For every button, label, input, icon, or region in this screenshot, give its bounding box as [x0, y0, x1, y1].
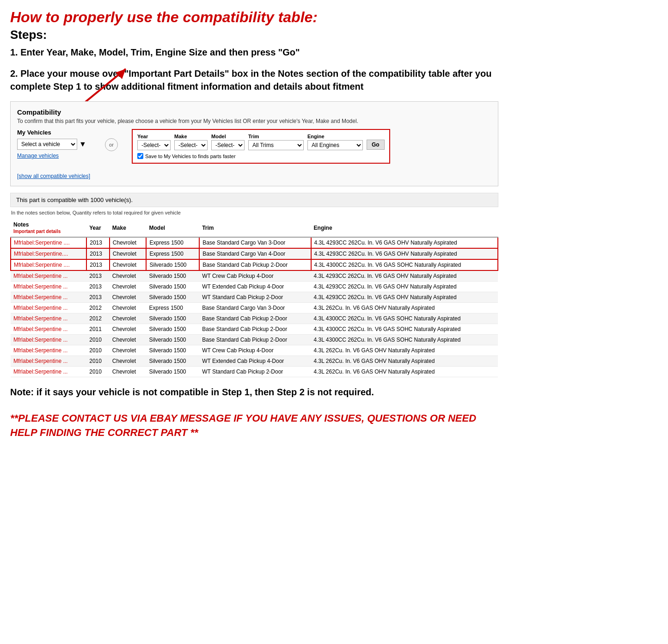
cell-year: 2010 [86, 335, 110, 345]
vehicle-select[interactable]: Select a vehicle [17, 139, 77, 150]
cell-trim: Base Standard Cargo Van 3-Door [199, 237, 311, 248]
table-row: Mfrlabel:Serpentine ... 2010 Chevrolet S… [11, 356, 498, 367]
table-row: Mfrlabel:Serpentine ... 2013 Chevrolet S… [11, 292, 498, 303]
cell-notes: Mfrlabel:Serpentine .... [11, 237, 86, 248]
step2-text: 2. Place your mouse over "Important Part… [10, 67, 498, 93]
cell-notes: Mfrlabel:Serpentine ... [11, 313, 86, 324]
cell-trim: WT Crew Cab Pickup 4-Door [199, 345, 311, 356]
cell-trim: WT Standard Cab Pickup 2-Door [199, 292, 311, 303]
main-title: How to properly use the compatibility ta… [10, 8, 498, 26]
or-circle: or [105, 138, 118, 151]
cell-year: 2013 [86, 259, 110, 270]
manage-vehicles-link[interactable]: Manage vehicles [17, 153, 91, 159]
show-all-link[interactable]: [show all compatible vehicles] [17, 173, 91, 179]
model-label: Model [211, 134, 245, 139]
table-row: Mfrlabel:Serpentine ... 2010 Chevrolet S… [11, 345, 498, 356]
make-select[interactable]: -Select- [174, 140, 208, 150]
year-label: Year [137, 134, 171, 139]
make-field: Make -Select- [174, 134, 208, 150]
cell-engine: 4.3L 262Cu. In. V6 GAS OHV Naturally Asp… [311, 345, 498, 356]
cell-year: 2012 [86, 303, 110, 313]
save-checkbox-label: Save to My Vehicles to finds parts faste… [145, 153, 236, 159]
cell-trim: WT Extended Cab Pickup 4-Door [199, 282, 311, 292]
table-row: Mfrlabel:Serpentine ... 2013 Chevrolet S… [11, 282, 498, 292]
cell-model: Silverado 1500 [146, 367, 199, 377]
cell-make: Chevrolet [110, 356, 147, 367]
cell-trim: Base Standard Cab Pickup 2-Door [199, 335, 311, 345]
cell-year: 2013 [86, 237, 110, 248]
cell-trim: WT Extended Cab Pickup 4-Door [199, 356, 311, 367]
ymm-section: Year -Select- Make -Select- Model [132, 129, 390, 164]
cell-engine: 4.3L 4293CC 262Cu. In. V6 GAS OHV Natura… [311, 270, 498, 282]
cell-engine: 4.3L 4293CC 262Cu. In. V6 GAS OHV Natura… [311, 248, 498, 259]
cell-trim: Base Standard Cargo Van 3-Door [199, 303, 311, 313]
cell-engine: 4.3L 4300CC 262Cu. In. V6 GAS SOHC Natur… [311, 259, 498, 270]
col-header-trim: Trim [199, 219, 311, 237]
save-checkbox-row: Save to My Vehicles to finds parts faste… [137, 153, 385, 159]
cell-engine: 4.3L 4293CC 262Cu. In. V6 GAS OHV Natura… [311, 237, 498, 248]
cell-model: Express 1500 [146, 248, 199, 259]
table-row: Mfrlabel:Serpentine ... 2011 Chevrolet S… [11, 324, 498, 335]
engine-label: Engine [307, 134, 363, 139]
dropdown-arrow-icon: ▼ [79, 140, 86, 148]
steps-title: Steps: [10, 28, 498, 42]
table-row: Mfrlabel:Serpentine .... 2013 Chevrolet … [11, 237, 498, 248]
cell-engine: 4.3L 262Cu. In. V6 GAS OHV Naturally Asp… [311, 303, 498, 313]
table-row: Mfrlabel:Serpentine ... 2013 Chevrolet S… [11, 270, 498, 282]
cell-trim: Base Standard Cab Pickup 2-Door [199, 324, 311, 335]
cell-engine: 4.3L 4300CC 262Cu. In. V6 GAS SOHC Natur… [311, 335, 498, 345]
cell-notes: Mfrlabel:Serpentine ... [11, 367, 86, 377]
cell-engine: 4.3L 4300CC 262Cu. In. V6 GAS SOHC Natur… [311, 324, 498, 335]
cell-notes: Mfrlabel:Serpentine ... [11, 345, 86, 356]
cell-make: Chevrolet [110, 237, 147, 248]
cell-model: Silverado 1500 [146, 313, 199, 324]
my-vehicles-section: My Vehicles Select a vehicle ▼ Manage ve… [17, 129, 91, 179]
cell-notes: Mfrlabel:Serpentine ... [11, 303, 86, 313]
cell-year: 2010 [86, 367, 110, 377]
cell-notes: Mfrlabel:Serpentine .... [11, 259, 86, 270]
cell-engine: 4.3L 262Cu. In. V6 GAS OHV Naturally Asp… [311, 367, 498, 377]
cell-notes: Mfrlabel:Serpentine ... [11, 282, 86, 292]
cell-make: Chevrolet [110, 248, 147, 259]
cell-model: Silverado 1500 [146, 259, 199, 270]
cell-trim: WT Crew Cab Pickup 4-Door [199, 270, 311, 282]
cell-make: Chevrolet [110, 270, 147, 282]
table-row: Mfrlabel:Serpentine ... 2012 Chevrolet S… [11, 313, 498, 324]
cell-make: Chevrolet [110, 259, 147, 270]
go-button[interactable]: Go [367, 140, 385, 150]
compatibility-widget: Compatibility To confirm that this part … [10, 101, 498, 186]
model-field: Model -Select- [211, 134, 245, 150]
cell-notes: Mfrlabel:Serpentine ... [11, 335, 86, 345]
trim-select[interactable]: All Trims [248, 140, 304, 150]
cell-make: Chevrolet [110, 292, 147, 303]
cell-model: Silverado 1500 [146, 292, 199, 303]
bottom-note: Note: if it says your vehicle is not com… [10, 386, 498, 399]
cell-year: 2013 [86, 270, 110, 282]
cell-year: 2011 [86, 324, 110, 335]
compat-row: My Vehicles Select a vehicle ▼ Manage ve… [17, 129, 491, 179]
cell-make: Chevrolet [110, 303, 147, 313]
cell-year: 2013 [86, 282, 110, 292]
cell-notes: Mfrlabel:Serpentine ... [11, 270, 86, 282]
trim-label: Trim [248, 134, 304, 139]
cell-make: Chevrolet [110, 324, 147, 335]
cell-make: Chevrolet [110, 282, 147, 292]
cell-year: 2013 [86, 292, 110, 303]
cell-notes: Mfrlabel:Serpentine ... [11, 356, 86, 367]
table-row: Mfrlabel:Serpentine ... 2010 Chevrolet S… [11, 367, 498, 377]
cell-trim: Base Standard Cargo Van 4-Door [199, 248, 311, 259]
cell-engine: 4.3L 262Cu. In. V6 GAS OHV Naturally Asp… [311, 356, 498, 367]
cell-trim: Base Standard Cab Pickup 2-Door [199, 259, 311, 270]
cell-trim: Base Standard Cab Pickup 2-Door [199, 313, 311, 324]
cell-model: Silverado 1500 [146, 335, 199, 345]
cell-year: 2010 [86, 345, 110, 356]
engine-select[interactable]: All Engines [307, 140, 363, 150]
model-select[interactable]: -Select- [211, 140, 245, 150]
year-select[interactable]: -Select- [137, 140, 171, 150]
cell-model: Express 1500 [146, 303, 199, 313]
cell-year: 2013 [86, 248, 110, 259]
contact-note: **PLEASE CONTACT US VIA EBAY MESSAGE IF … [10, 411, 498, 440]
cell-make: Chevrolet [110, 313, 147, 324]
notes-subheader: Important part details [13, 229, 61, 234]
save-checkbox[interactable] [137, 153, 143, 159]
